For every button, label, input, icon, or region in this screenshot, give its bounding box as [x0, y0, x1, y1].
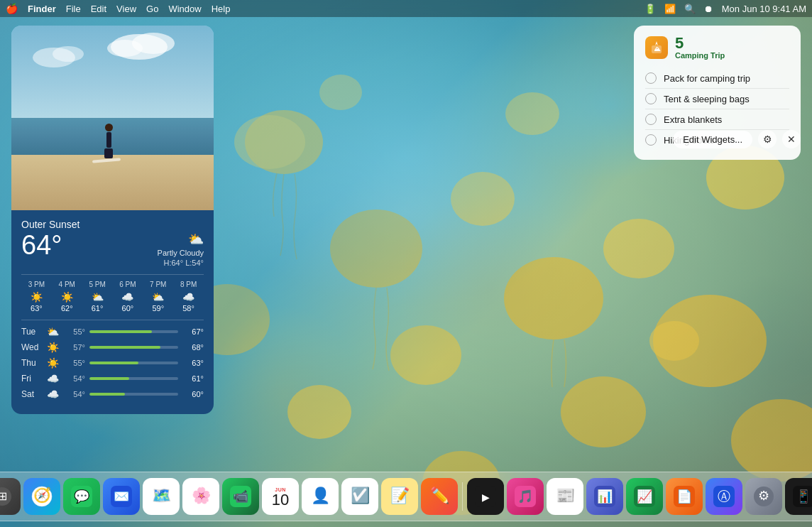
dock-icon-news[interactable]: 📰 [547, 478, 583, 515]
svg-text:🗺️: 🗺️ [152, 486, 172, 505]
reminder-item-1: Pack for camping trip [645, 68, 789, 89]
svg-text:💬: 💬 [74, 489, 90, 504]
dock-divider [462, 482, 463, 511]
help-menu[interactable]: Help [212, 4, 231, 14]
reminder-checkbox-4[interactable] [645, 134, 657, 146]
svg-text:🌸: 🌸 [192, 486, 212, 505]
dock-icon-launchpad[interactable]: ⊞ [0, 478, 21, 515]
svg-point-6 [603, 219, 674, 278]
reminder-checkbox-3[interactable] [645, 114, 657, 125]
dock-icon-maps[interactable]: 🗺️ [143, 478, 180, 515]
dock: 🙂 ⊞ 🧭 💬 ✉️ 🗺️ 🌸 📹 JUN 10 👤 ☑️ 📝 [0, 472, 812, 521]
daily-row-tue: Tue ⛅ 55° 67° [21, 326, 204, 337]
svg-point-5 [504, 257, 603, 339]
dock-icon-appstore[interactable]: Ⓐ [706, 478, 742, 515]
edit-menu[interactable]: Edit [91, 4, 106, 14]
weather-photo [11, 26, 214, 210]
daily-row-thu: Thu ☀️ 55° 63° [21, 357, 204, 369]
weather-condition: Partly Cloudy [158, 249, 204, 257]
svg-point-4 [451, 172, 515, 226]
hourly-item-6: 8 PM ☁️ 58° [173, 281, 204, 313]
dock-icon-system-settings[interactable]: ⚙ [745, 478, 782, 515]
edit-widgets-button[interactable]: Edit Widgets... [673, 131, 752, 148]
svg-text:▶: ▶ [482, 491, 490, 503]
svg-point-3 [330, 210, 422, 288]
reminder-item-3: Extra blankets [645, 109, 789, 130]
weather-info: Outer Sunset 64° ⛅ Partly Cloudy H:64° L… [11, 210, 214, 414]
dock-icon-music[interactable]: 🎵 [507, 478, 544, 515]
svg-point-23 [53, 46, 84, 62]
dock-icon-messages[interactable]: 💬 [63, 478, 100, 515]
svg-point-14 [505, 92, 559, 135]
file-menu[interactable]: File [66, 4, 81, 14]
weather-hi-lo: H:64° L:54° [158, 259, 204, 267]
weather-temperature: 64° [21, 232, 62, 259]
search-icon[interactable]: 🔍 [684, 4, 696, 14]
hourly-forecast: 3 PM ☀️ 63° 4 PM ☀️ 62° 5 PM ⛅ 61° 6 PM … [21, 274, 204, 313]
menubar: 🍎 Finder File Edit View Go Window Help 🔋… [0, 0, 812, 17]
svg-text:📈: 📈 [637, 489, 653, 504]
svg-text:Ⓐ: Ⓐ [718, 489, 730, 504]
svg-text:📹: 📹 [233, 489, 249, 504]
svg-text:📊: 📊 [597, 489, 613, 504]
control-center-icon[interactable]: ⏺ [704, 4, 713, 14]
dock-icon-keynote[interactable]: 📊 [586, 478, 623, 515]
hourly-item-2: 4 PM ☀️ 62° [52, 281, 82, 313]
svg-text:🧭: 🧭 [33, 487, 51, 504]
dock-icon-contacts[interactable]: 👤 [302, 478, 339, 515]
svg-point-13 [287, 385, 351, 439]
datetime-display[interactable]: Mon Jun 10 9:41 AM [722, 4, 806, 14]
dock-icon-facetime[interactable]: 📹 [222, 478, 259, 515]
reminders-list-name: Camping Trip [675, 51, 725, 60]
daily-forecast: Tue ⛅ 55° 67° Wed ☀️ 57° 68° Thu ☀️ 55° … [21, 320, 204, 400]
svg-point-21 [107, 40, 143, 57]
view-menu[interactable]: View [116, 4, 136, 14]
finder-menu[interactable]: Finder [28, 4, 56, 14]
svg-text:🎵: 🎵 [517, 489, 534, 504]
svg-text:✉️: ✉️ [114, 489, 130, 504]
hourly-item-3: 5 PM ⛅ 61° [82, 281, 113, 313]
dock-icon-photos[interactable]: 🌸 [182, 478, 219, 515]
svg-text:✏️: ✏️ [430, 486, 450, 505]
dock-icon-freeform[interactable]: ✏️ [421, 478, 458, 515]
reminder-item-2: Tent & sleeping bags [645, 89, 789, 109]
dock-icon-calendar[interactable]: JUN 10 [262, 478, 299, 515]
dock-icon-mail[interactable]: ✉️ [103, 478, 140, 515]
svg-point-2 [234, 115, 305, 169]
daily-row-wed: Wed ☀️ 57° 68° [21, 342, 204, 353]
svg-text:⛰: ⛰ [654, 45, 661, 53]
widget-settings-button[interactable]: ⚙ [758, 130, 777, 148]
dock-icon-notes[interactable]: 📝 [381, 478, 418, 515]
widget-close-button[interactable]: ✕ [782, 130, 801, 148]
svg-text:☑️: ☑️ [351, 486, 371, 505]
svg-text:📄: 📄 [676, 489, 693, 504]
dock-icon-reminders[interactable]: ☑️ [341, 478, 378, 515]
battery-icon[interactable]: 🔋 [644, 4, 656, 14]
svg-point-18 [649, 321, 699, 361]
svg-text:⊞: ⊞ [0, 490, 7, 502]
reminder-text-3: Extra blankets [664, 114, 722, 125]
svg-point-11 [561, 376, 646, 447]
dock-icon-appletv[interactable]: ▶ [467, 478, 504, 515]
reminders-count: 5 [675, 36, 725, 51]
hourly-item-4: 6 PM ☁️ 60° [112, 281, 143, 313]
wifi-icon[interactable]: 📶 [664, 4, 676, 14]
daily-row-sat: Sat ☁️ 54° 60° [21, 389, 204, 400]
svg-text:📱: 📱 [796, 489, 812, 504]
reminders-app-icon: ⛰ [645, 36, 668, 59]
widget-controls: Edit Widgets... ⚙ ✕ [673, 130, 801, 148]
apple-menu[interactable]: 🍎 [6, 3, 18, 14]
svg-text:📝: 📝 [390, 486, 410, 505]
dock-icon-safari[interactable]: 🧭 [23, 478, 60, 515]
go-menu[interactable]: Go [146, 4, 158, 14]
reminder-checkbox-1[interactable] [645, 72, 657, 84]
window-menu[interactable]: Window [168, 4, 201, 14]
hourly-item-1: 3 PM ☀️ 63° [21, 281, 52, 313]
weather-sun-icon: ⛅ [158, 232, 204, 247]
svg-text:⚙: ⚙ [758, 489, 769, 503]
reminders-header: ⛰ 5 Camping Trip [645, 36, 789, 60]
dock-icon-pages[interactable]: 📄 [666, 478, 703, 515]
dock-icon-iphone-mirroring[interactable]: 📱 [785, 478, 812, 515]
dock-icon-numbers[interactable]: 📈 [626, 478, 663, 515]
reminder-checkbox-2[interactable] [645, 93, 657, 104]
